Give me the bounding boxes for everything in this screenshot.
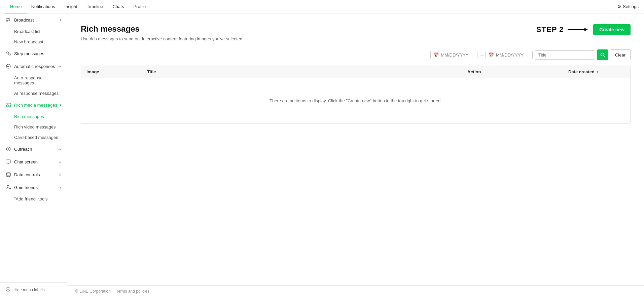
search-button[interactable] (597, 49, 608, 60)
svg-marker-1 (8, 18, 10, 21)
svg-rect-14 (6, 160, 11, 163)
sidebar-item-outreach[interactable]: Outreach ▸ (0, 143, 67, 155)
main-content: Rich messages STEP 2 Create new Use rich… (67, 13, 644, 297)
nav-item-notifications[interactable]: Notifications (27, 0, 60, 13)
svg-line-24 (603, 56, 605, 57)
rich-media-chevron: ▾ (60, 103, 62, 107)
sidebar-sub-item-rich-messages[interactable]: Rich messages (0, 111, 67, 122)
footer-copyright: © LINE Corporation (75, 289, 111, 294)
gain-friends-chevron: ▾ (60, 185, 62, 190)
svg-point-16 (7, 185, 9, 187)
top-navigation: Home Notifications Insight Timeline Chat… (0, 0, 644, 13)
sidebar-sub-item-new-broadcast[interactable]: New broadcast (0, 37, 67, 47)
sidebar-item-rich-media-messages[interactable]: Rich media messages ▾ (0, 99, 67, 111)
sidebar-sub-item-ai-response[interactable]: AI response messages (0, 88, 67, 99)
col-image: Image (81, 66, 142, 78)
automatic-responses-label: Automatic responses (14, 64, 55, 69)
page-subtitle: Use rich messages to send out interactiv… (81, 36, 631, 41)
outreach-icon (5, 146, 11, 152)
hide-menu-icon (5, 287, 11, 293)
col-title: Title (142, 66, 462, 78)
outreach-label: Outreach (14, 147, 32, 152)
footer-terms-link[interactable]: Terms and policies (116, 289, 149, 294)
sidebar-item-broadcast[interactable]: Broadcast ▾ (0, 13, 67, 26)
calendar-from-icon: 📅 (433, 52, 439, 58)
sidebar-item-chat-screen[interactable]: Chat screen ▸ (0, 155, 67, 168)
svg-rect-0 (6, 18, 8, 20)
sidebar-sub-item-auto-response[interactable]: Auto-response messages (0, 73, 67, 88)
sidebar-sub-item-broadcast-list[interactable]: Broadcast list (0, 26, 67, 37)
svg-rect-9 (6, 103, 11, 107)
nav-item-home[interactable]: Home (5, 0, 27, 13)
hide-menu-label: Hide menu labels (13, 288, 45, 292)
search-icon (600, 52, 605, 57)
date-from-input-wrap: 📅 (430, 51, 477, 59)
svg-marker-22 (584, 28, 588, 31)
title-search-input[interactable] (535, 50, 595, 60)
sidebar-item-gain-friends[interactable]: Gain friends ▾ (0, 181, 67, 194)
nav-item-profile[interactable]: Profile (129, 0, 150, 13)
sidebar-item-step-messages[interactable]: Step messages (0, 47, 67, 60)
nav-item-chats[interactable]: Chats (108, 0, 129, 13)
gear-icon: ⚙ (617, 4, 621, 9)
col-action: Action (462, 66, 563, 78)
date-to-input-wrap: 📅 (486, 51, 533, 59)
broadcast-icon (5, 17, 11, 23)
step2-label: STEP 2 (536, 25, 588, 34)
settings-label: Settings (623, 4, 639, 9)
data-controls-icon (5, 172, 11, 178)
footer: © LINE Corporation Terms and policies (67, 285, 644, 297)
svg-point-23 (601, 53, 604, 56)
chat-screen-chevron: ▸ (60, 160, 62, 164)
rich-media-icon (5, 102, 11, 108)
rich-media-messages-label: Rich media messages (14, 103, 57, 108)
step-messages-label: Step messages (14, 51, 44, 56)
svg-rect-5 (9, 54, 10, 55)
gain-friends-label: Gain friends (14, 185, 38, 190)
step-messages-icon (5, 50, 11, 57)
sidebar-item-data-controls[interactable]: Data controls ▸ (0, 168, 67, 181)
date-to-input[interactable] (496, 52, 530, 58)
sidebar-sub-item-add-friend-tools[interactable]: "Add friend" tools (0, 194, 67, 204)
svg-point-8 (6, 64, 10, 68)
date-from-input[interactable] (441, 52, 474, 58)
data-controls-chevron: ▸ (60, 173, 62, 177)
results-table: Image Title Action Date created ▼ There … (81, 66, 631, 124)
chat-screen-icon (5, 159, 11, 165)
settings-link[interactable]: ⚙ Settings (617, 4, 639, 9)
automatic-responses-icon (5, 63, 11, 69)
outreach-chevron: ▸ (60, 147, 62, 151)
broadcast-label: Broadcast (14, 17, 34, 23)
data-controls-label: Data controls (14, 172, 40, 177)
sidebar: Broadcast ▾ Broadcast list New broadcast… (0, 13, 67, 297)
nav-item-timeline[interactable]: Timeline (82, 0, 108, 13)
svg-rect-4 (6, 52, 8, 53)
create-new-button[interactable]: Create new (593, 24, 631, 35)
table-header: Image Title Action Date created ▼ (81, 66, 630, 78)
nav-item-insight[interactable]: Insight (60, 0, 82, 13)
page-title: Rich messages (81, 24, 140, 34)
clear-button[interactable]: Clear (610, 49, 631, 60)
sidebar-sub-item-rich-video-messages[interactable]: Rich video messages (0, 122, 67, 132)
gain-friends-icon (5, 184, 11, 190)
svg-point-15 (6, 173, 10, 174)
sidebar-sub-item-card-based-messages[interactable]: Card-based messages (0, 132, 67, 143)
col-date-created: Date created ▼ (563, 66, 630, 78)
broadcast-chevron: ▾ (60, 18, 62, 22)
automatic-responses-chevron: ▸ (60, 64, 62, 69)
hide-menu-labels-button[interactable]: Hide menu labels (0, 282, 67, 297)
calendar-to-icon: 📅 (489, 52, 494, 58)
chat-screen-label: Chat screen (14, 159, 38, 164)
sort-date-icon[interactable]: ▼ (596, 70, 599, 74)
date-range-tilde: ~ (479, 52, 484, 58)
sidebar-item-automatic-responses[interactable]: Automatic responses ▸ (0, 60, 67, 73)
table-empty-message: There are no items to display. Click the… (81, 78, 630, 123)
filters-row: 📅 ~ 📅 Clear (81, 49, 631, 60)
